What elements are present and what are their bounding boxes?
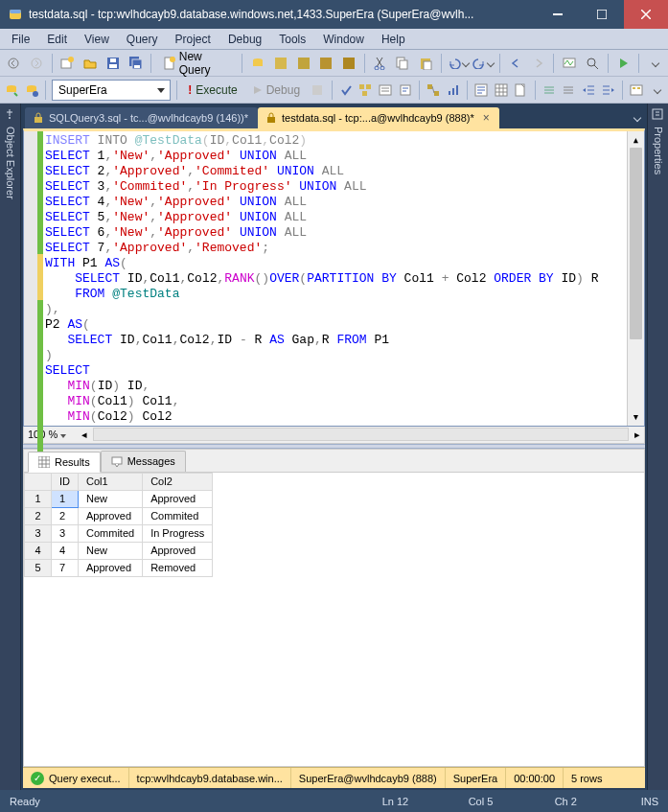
- include-plan-icon[interactable]: [426, 80, 442, 101]
- query-options-icon[interactable]: [378, 80, 394, 101]
- debug-button[interactable]: Debug: [247, 80, 306, 101]
- close-button[interactable]: [624, 0, 668, 29]
- paste-button[interactable]: [416, 53, 435, 74]
- open-button[interactable]: [81, 53, 100, 74]
- uncomment-icon[interactable]: [561, 80, 577, 101]
- outdent-icon[interactable]: [581, 80, 597, 101]
- new-query-button[interactable]: New Query: [157, 53, 236, 74]
- scroll-up-icon[interactable]: ▴: [628, 131, 644, 148]
- vertical-scrollbar[interactable]: ▴ ▾: [627, 131, 644, 426]
- specify-template-icon[interactable]: [629, 80, 645, 101]
- svg-rect-47: [495, 84, 507, 96]
- col-col1[interactable]: Col1: [79, 473, 143, 490]
- toolbar-overflow-icon[interactable]: [645, 53, 664, 74]
- menu-debug[interactable]: Debug: [220, 31, 269, 48]
- as-query-icon[interactable]: [271, 53, 290, 74]
- col-col2[interactable]: Col2: [143, 473, 213, 490]
- user-cell: SuperEra@wvlhdcayb9 (888): [291, 768, 446, 788]
- svg-rect-49: [631, 85, 642, 95]
- menu-edit[interactable]: Edit: [39, 31, 75, 48]
- status-ins: INS: [641, 796, 658, 807]
- parse-icon[interactable]: [337, 80, 354, 101]
- cut-button[interactable]: [371, 53, 390, 74]
- document-tabs: SQLQuery3.sql - tc...@wvlhdcayb9 (146))*…: [23, 105, 645, 128]
- estimated-plan-icon[interactable]: [357, 80, 374, 101]
- svg-rect-35: [312, 85, 322, 95]
- svg-rect-3: [597, 10, 607, 19]
- menu-view[interactable]: View: [77, 31, 117, 48]
- svg-point-29: [587, 58, 595, 66]
- scroll-down-icon[interactable]: ▾: [628, 409, 644, 426]
- execute-button[interactable]: ! Execute: [182, 80, 242, 101]
- messages-tab[interactable]: Messages: [101, 451, 186, 472]
- debug-label: Debug: [266, 83, 300, 97]
- cancel-query-icon[interactable]: [310, 80, 326, 101]
- menubar: File Edit View Query Project Debug Tools…: [0, 29, 668, 50]
- nav-back-icon[interactable]: [506, 53, 525, 74]
- comment-icon[interactable]: [541, 80, 557, 101]
- xmla-query-icon[interactable]: [339, 53, 358, 74]
- status-line: Ln 12: [382, 796, 440, 807]
- change-connection-icon[interactable]: [24, 80, 40, 101]
- code-editor[interactable]: INSERT INTO @TestData(ID,Col1,Col2) SELE…: [23, 128, 645, 427]
- properties-tab[interactable]: Properties: [647, 104, 668, 790]
- zoom-combo[interactable]: 100 %: [28, 429, 76, 440]
- save-all-button[interactable]: [127, 53, 146, 74]
- col-id[interactable]: ID: [52, 473, 79, 490]
- back-button[interactable]: [4, 53, 23, 74]
- app-status-bar: Ready Ln 12 Col 5 Ch 2 INS: [0, 790, 668, 812]
- include-stats-icon[interactable]: [445, 80, 461, 101]
- menu-query[interactable]: Query: [119, 31, 166, 48]
- menu-help[interactable]: Help: [374, 31, 413, 48]
- mdx-query-icon[interactable]: [294, 53, 313, 74]
- toolbar2-overflow-icon[interactable]: [648, 80, 664, 101]
- activity-monitor-icon[interactable]: [560, 53, 579, 74]
- scroll-thumb[interactable]: [630, 148, 642, 339]
- results-to-file-icon[interactable]: [513, 80, 529, 101]
- menu-tools[interactable]: Tools: [271, 31, 313, 48]
- save-button[interactable]: [104, 53, 123, 74]
- query-state-label: Query execut...: [49, 773, 121, 784]
- object-explorer-tab[interactable]: Object Explorer: [0, 104, 21, 790]
- find-icon[interactable]: [583, 53, 602, 74]
- svg-rect-17: [253, 60, 263, 66]
- tab-testdata[interactable]: testdata.sql - tcp:...a@wvlhdcayb9 (888)…: [258, 107, 499, 128]
- svg-rect-53: [35, 117, 42, 123]
- dmx-query-icon[interactable]: [316, 53, 335, 74]
- tab-list-dropdown[interactable]: [628, 107, 645, 128]
- menu-project[interactable]: Project: [168, 31, 219, 48]
- rownum-header[interactable]: [25, 473, 52, 490]
- tab-sqlquery3[interactable]: SQLQuery3.sql - tc...@wvlhdcayb9 (146))*: [25, 107, 258, 128]
- results-to-text-icon[interactable]: [473, 80, 490, 101]
- hscroll-right-icon[interactable]: ▸: [634, 429, 640, 441]
- start-icon[interactable]: [614, 53, 633, 74]
- indent-icon[interactable]: [600, 80, 616, 101]
- minimize-button[interactable]: [536, 0, 580, 29]
- database-combo[interactable]: SuperEra: [52, 80, 171, 101]
- results-tab[interactable]: Results: [28, 452, 101, 473]
- copy-button[interactable]: [394, 53, 413, 74]
- close-tab-icon[interactable]: ×: [483, 111, 490, 125]
- table-row: 57ApprovedRemoved: [25, 559, 213, 576]
- hscroll-left-icon[interactable]: ◂: [81, 429, 87, 441]
- menu-file[interactable]: File: [4, 31, 37, 48]
- db-engine-query-icon[interactable]: [248, 53, 267, 74]
- horizontal-scrollbar[interactable]: [93, 428, 629, 441]
- svg-rect-38: [362, 91, 367, 96]
- svg-rect-57: [653, 109, 662, 119]
- forward-button[interactable]: [27, 53, 46, 74]
- connect-icon[interactable]: [4, 80, 20, 101]
- server-cell: tcp:wvlhdcayb9.database.win...: [129, 768, 291, 788]
- results-to-grid-icon[interactable]: [493, 80, 509, 101]
- svg-rect-18: [275, 58, 287, 69]
- intellisense-icon[interactable]: [397, 80, 413, 101]
- menu-window[interactable]: Window: [315, 31, 372, 48]
- code-content[interactable]: INSERT INTO @TestData(ID,Col1,Col2) SELE…: [43, 131, 627, 426]
- undo-button[interactable]: [448, 53, 469, 74]
- results-grid[interactable]: ID Col1 Col2 11NewApproved 22ApprovedCom…: [23, 472, 645, 768]
- new-project-button[interactable]: [58, 53, 77, 74]
- redo-button[interactable]: [472, 53, 494, 74]
- maximize-button[interactable]: [580, 0, 624, 29]
- status-ch: Ch 2: [555, 796, 612, 807]
- nav-fwd-icon[interactable]: [529, 53, 548, 74]
